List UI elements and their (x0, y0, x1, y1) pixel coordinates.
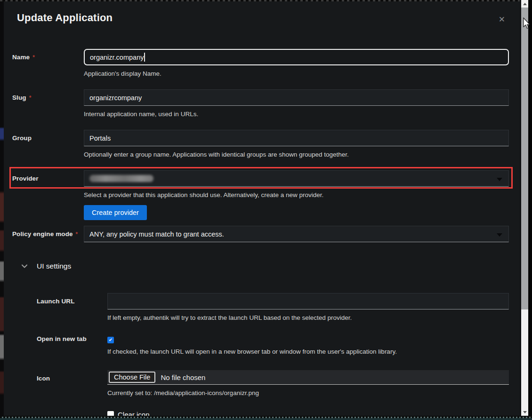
required-marker: * (29, 95, 32, 101)
required-marker: * (32, 54, 35, 61)
policy-engine-mode-select[interactable]: ANY, any policy must match to grant acce… (84, 226, 509, 242)
vertical-scrollbar[interactable] (521, 0, 528, 416)
provider-select[interactable] (84, 170, 509, 187)
modal-header: Update Application ✕ (12, 12, 509, 27)
policy-engine-mode-value: ANY, any policy must match to grant acce… (89, 230, 224, 238)
open-in-new-tab-checkbox[interactable] (107, 337, 114, 343)
form-group-launch-url: Launch URL If left empty, authentik will… (37, 293, 509, 322)
icon-help: Currently set to: /media/application-ico… (107, 389, 509, 397)
open-in-new-tab-label: Open in new tab (37, 334, 107, 356)
form-group-provider: Provider Select a provider that this app… (12, 170, 509, 220)
form-group-policy-engine-mode: Policy engine mode* ANY, any policy must… (12, 226, 509, 242)
right-margin (528, 0, 532, 420)
form-group-name: Name* organizr.company Application's dis… (12, 49, 509, 78)
form-group-group: Group Optionally enter a group name. App… (12, 130, 509, 159)
create-provider-button[interactable]: Create provider (84, 205, 147, 220)
ui-settings-section-title: UI settings (37, 262, 71, 270)
slug-help: Internal application name, used in URLs. (84, 110, 509, 119)
bottom-teal-strip (0, 418, 532, 420)
arrow-up-icon (523, 3, 527, 5)
launch-url-label: Launch URL (37, 293, 107, 322)
update-application-modal: Update Application ✕ Name* organizr.comp… (4, 1, 520, 416)
provider-redacted-value (89, 175, 153, 182)
policy-engine-mode-label: Policy engine mode* (12, 226, 84, 242)
chevron-down-icon (497, 178, 502, 181)
provider-help: Select a provider that this application … (84, 191, 509, 199)
scroll-down-button[interactable] (521, 408, 528, 416)
clear-icon-label: Clear icon (118, 411, 150, 416)
slug-input[interactable] (84, 89, 509, 106)
form-group-clear-icon: Clear icon (37, 410, 509, 416)
scroll-up-button[interactable] (521, 0, 528, 8)
open-in-new-tab-help: If checked, the launch URL will open in … (107, 348, 509, 356)
file-chosen-status: No file chosen (161, 373, 205, 381)
chevron-down-icon (21, 263, 28, 269)
provider-label: Provider (12, 170, 84, 220)
background-page-sliver (0, 0, 4, 420)
arrow-down-icon (523, 411, 527, 413)
name-help: Application's display Name. (84, 70, 509, 78)
form-group-icon: Icon Choose File No file chosen Currentl… (37, 370, 509, 397)
close-icon[interactable]: ✕ (495, 13, 509, 26)
text-caret (144, 53, 145, 62)
form-group-slug: Slug* Internal application name, used in… (12, 89, 509, 119)
scrollbar-thumb[interactable] (521, 8, 528, 309)
modal-top-dashed-border (0, 0, 532, 1)
name-input[interactable]: organizr.company (84, 49, 509, 65)
chevron-down-icon (497, 233, 502, 237)
choose-file-button[interactable]: Choose File (109, 372, 155, 383)
name-label: Name* (12, 49, 84, 78)
launch-url-input[interactable] (107, 293, 509, 309)
page-title: Update Application (12, 12, 113, 24)
group-input[interactable] (84, 130, 509, 146)
ui-settings-section-body: Launch URL If left empty, authentik will… (37, 293, 509, 416)
icon-file-input[interactable]: Choose File No file chosen (107, 370, 509, 385)
group-help: Optionally enter a group name. Applicati… (84, 151, 509, 159)
clear-icon-checkbox[interactable] (107, 411, 114, 416)
icon-label: Icon (37, 370, 107, 397)
form-group-open-in-new-tab: Open in new tab If checked, the launch U… (37, 334, 509, 356)
slug-label: Slug* (12, 89, 84, 119)
launch-url-help: If left empty, authentik will try to ext… (107, 314, 509, 322)
required-marker: * (76, 231, 78, 238)
group-label: Group (12, 130, 84, 159)
screen: Update Application ✕ Name* organizr.comp… (0, 0, 532, 420)
name-input-value: organizr.company (90, 54, 144, 61)
ui-settings-section-header[interactable]: UI settings (12, 261, 509, 271)
bottom-edge (0, 416, 532, 420)
